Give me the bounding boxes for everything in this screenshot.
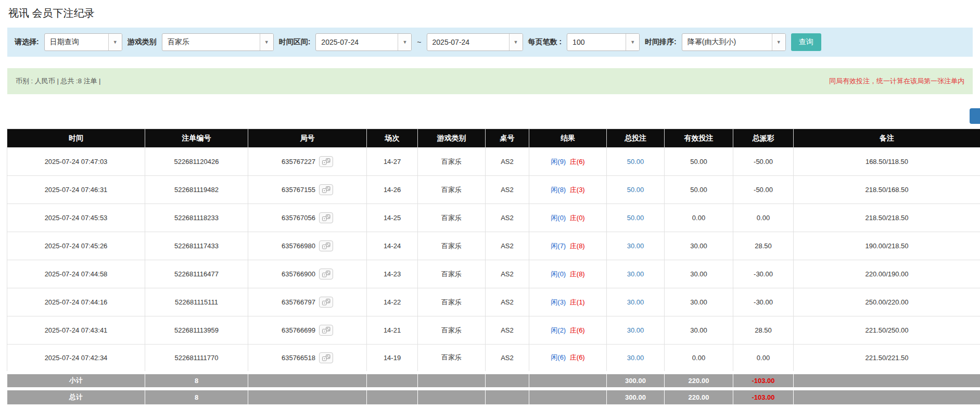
cell-result: 闲(0) 庄(8) [529,260,607,288]
cell-total-bet: 30.00 [607,288,665,316]
col-header-round: 局号 [248,129,367,148]
cell-round: 635767056 [248,204,367,232]
total-payout: -103.00 [733,389,794,405]
top-right-action-button[interactable] [970,108,980,124]
empty-cell [248,389,367,405]
round-result-icon[interactable] [319,156,333,167]
cell-total-bet: 50.00 [607,204,665,232]
search-button[interactable]: 查询 [791,33,821,51]
empty-cell [794,389,980,405]
empty-cell [367,389,418,405]
round-number: 635766699 [282,326,315,334]
sort-dropdown[interactable]: 降幂(由大到小) ▼ [682,33,786,51]
result-player: 闲(9) [551,158,566,166]
cell-table-no: AS2 [486,288,529,316]
result-banker: 庄(0) [570,214,585,222]
total-total-bet: 300.00 [607,389,665,405]
cell-remark: 220.00/190.00 [794,260,980,288]
cell-valid-bet: 50.00 [665,176,733,204]
date-to-input[interactable]: 2025-07-24 ▼ [427,33,523,51]
table-header-row: 时间 注单编号 局号 场次 游戏类别 桌号 结果 总投注 有效投注 总派彩 备注 [7,129,980,148]
cell-valid-bet: 30.00 [665,232,733,260]
cell-round: 635766980 [248,232,367,260]
cell-table-no: AS2 [486,176,529,204]
cell-payout: -30.00 [733,260,794,288]
col-header-game-type: 游戏类别 [418,129,486,148]
total-bet-link[interactable]: 30.00 [627,242,644,250]
total-bet-link[interactable]: 50.00 [627,214,644,222]
game-type-label: 游戏类别 [128,37,157,47]
chevron-down-icon[interactable]: ▼ [398,34,411,50]
total-bet-link[interactable]: 50.00 [627,186,644,194]
range-separator: ~ [417,38,421,46]
summary-left-text: 币别 : 人民币 | 总共 :8 注单 | [16,77,101,86]
chevron-down-icon[interactable]: ▼ [260,34,273,50]
cell-valid-bet: 30.00 [665,288,733,316]
cell-remark: 190.00/218.50 [794,232,980,260]
cell-round: 635767155 [248,176,367,204]
round-result-icon[interactable] [319,297,333,308]
cell-valid-bet: 50.00 [665,148,733,176]
cell-session: 14-25 [367,204,418,232]
total-bet-link[interactable]: 30.00 [627,354,644,362]
result-player: 闲(2) [551,326,566,334]
round-result-icon[interactable] [319,240,333,251]
cell-total-bet: 30.00 [607,316,665,345]
cell-remark: 168.50/118.50 [794,148,980,176]
col-header-remark: 备注 [794,129,980,148]
cell-bet-id: 522681113959 [145,316,248,345]
round-result-icon[interactable] [319,325,333,336]
cell-round: 635767227 [248,148,367,176]
round-result-icon[interactable] [319,212,333,223]
query-type-dropdown[interactable]: 日期查询 ▼ [44,33,122,51]
cell-result: 闲(9) 庄(6) [529,148,607,176]
chevron-down-icon[interactable]: ▼ [772,34,785,50]
round-result-icon[interactable] [319,184,333,195]
sort-value: 降幂(由大到小) [682,34,772,50]
cell-game-type: 百家乐 [418,232,486,260]
cell-total-bet: 30.00 [607,232,665,260]
cell-result: 闲(2) 庄(6) [529,316,607,345]
table-body: 2025-07-24 07:47:03 522681120426 6357672… [7,148,980,373]
chevron-down-icon[interactable]: ▼ [108,34,122,50]
cell-valid-bet: 0.00 [665,204,733,232]
round-number: 635766797 [282,298,315,306]
page-size-value: 100 [567,34,626,50]
empty-cell [529,373,607,389]
cell-time: 2025-07-24 07:45:53 [7,204,145,232]
round-number: 635766980 [282,242,315,250]
date-to-value: 2025-07-24 [427,34,509,50]
total-bet-link[interactable]: 50.00 [627,158,644,166]
chevron-down-icon[interactable]: ▼ [626,34,639,50]
page-size-dropdown[interactable]: 100 ▼ [567,33,640,51]
cell-time: 2025-07-24 07:44:16 [7,288,145,316]
round-result-icon[interactable] [319,269,333,279]
table-row: 2025-07-24 07:44:16 522681115111 6357667… [7,288,980,316]
total-label: 总计 [7,389,145,405]
cell-remark: 218.50/168.50 [794,176,980,204]
cell-table-no: AS2 [486,345,529,373]
round-result-icon[interactable] [319,352,333,363]
total-bet-link[interactable]: 30.00 [627,270,644,278]
cell-payout: -50.00 [733,176,794,204]
table-row: 2025-07-24 07:47:03 522681120426 6357672… [7,148,980,176]
table-row: 2025-07-24 07:43:41 522681113959 6357666… [7,316,980,345]
cell-session: 14-24 [367,232,418,260]
game-type-dropdown[interactable]: 百家乐 ▼ [162,33,274,51]
result-banker: 庄(8) [570,242,585,250]
total-valid-bet: 220.00 [665,389,733,405]
cell-round: 635766699 [248,316,367,345]
bet-records-table: 时间 注单编号 局号 场次 游戏类别 桌号 结果 总投注 有效投注 总派彩 备注… [7,129,980,405]
result-player: 闲(7) [551,242,566,250]
cell-payout: 28.50 [733,232,794,260]
col-header-result: 结果 [529,129,607,148]
chevron-down-icon[interactable]: ▼ [509,34,523,50]
total-bet-link[interactable]: 30.00 [627,298,644,306]
date-from-input[interactable]: 2025-07-24 ▼ [315,33,412,51]
result-banker: 庄(3) [570,186,585,194]
col-header-total-bet: 总投注 [607,129,665,148]
col-header-table-no: 桌号 [486,129,529,148]
round-number: 635767227 [282,158,315,166]
total-bet-link[interactable]: 30.00 [627,326,644,334]
empty-cell [529,389,607,405]
